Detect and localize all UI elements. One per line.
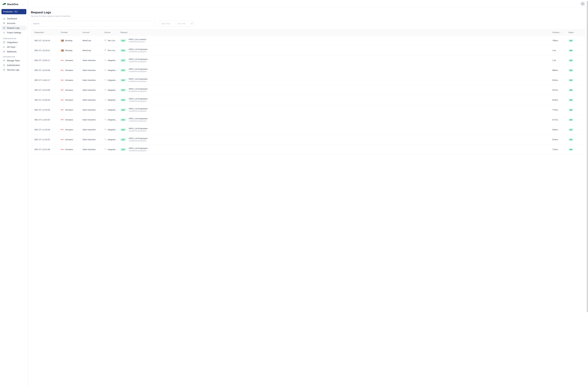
cell-status: 200 — [567, 128, 579, 132]
search-icon — [104, 129, 106, 131]
column-account[interactable]: Account — [81, 29, 103, 35]
home-icon — [3, 17, 5, 20]
cell-request: GETHRIS | List Employees/unified/hris/em… — [119, 57, 551, 64]
status-badge: 200 — [568, 99, 573, 101]
search-icon — [104, 138, 106, 141]
brand-logo[interactable]: StackOne — [1, 2, 26, 8]
end-time-input[interactable] — [178, 23, 189, 25]
chevron-down-icon[interactable]: ⌄ — [153, 23, 154, 25]
cell-source: integration-s… — [103, 98, 119, 102]
svg-point-15 — [105, 109, 106, 110]
request-path: /unified/hris/employees — [129, 150, 148, 152]
cell-status: 200 — [567, 137, 579, 142]
request-title: HRIS | List Employees — [129, 108, 148, 110]
sidebar-item-dashboard[interactable]: Dashboard — [1, 16, 26, 21]
svg-rect-7 — [191, 23, 193, 24]
environment-selector[interactable]: Production - EU › — [1, 9, 26, 14]
chevron-right-icon: › — [579, 118, 583, 122]
cell-source: integration-s… — [103, 78, 119, 82]
table-row[interactable]: DEC 07 | 13:02:03HumaansStark Industries… — [31, 95, 585, 105]
sidebar-item-request-logs[interactable]: Request Logs — [1, 26, 26, 30]
sidebar-item-security-logs[interactable]: Security Logs — [1, 67, 26, 72]
column-provider[interactable]: Provider — [59, 29, 81, 35]
window-icon — [104, 49, 106, 52]
cell-provider: Humaans — [59, 58, 81, 62]
cell-provider: Humaans — [59, 138, 81, 141]
request-title: HRIS | List Locations — [129, 38, 146, 40]
humaans-logo-icon — [61, 89, 63, 91]
sort-icon — [45, 31, 46, 33]
column-source[interactable]: Source — [103, 29, 119, 35]
scrollbar-thumb[interactable] — [587, 1, 588, 312]
humaans-logo-icon — [61, 79, 63, 81]
scrollbar[interactable] — [587, 0, 588, 389]
cell-status: 200 — [567, 38, 579, 43]
table-row[interactable]: DEC 07 | 11:32:04HumaansStark Industries… — [31, 125, 585, 135]
sidebar-item-api-keys[interactable]: API Keys — [1, 45, 26, 49]
sidebar-item-manage-team[interactable]: Manage Team — [1, 58, 26, 63]
sort-icon — [560, 31, 562, 33]
sidebar-item-accounts[interactable]: Accounts — [1, 21, 26, 26]
sidebar-item-project-settings[interactable]: Project Settings — [1, 30, 26, 35]
cell-account: Stark Industries — [81, 68, 103, 72]
cell-requested: DEC 07 | 11:32:04 — [33, 128, 59, 131]
table-row[interactable]: DEC 07 | 14:32:09HumaansStark Industries… — [31, 65, 585, 75]
sidebar-item-integrations[interactable]: Integrations — [1, 40, 26, 45]
svg-point-16 — [105, 119, 106, 120]
cell-request: GETHRIS | List Employees/unified/hris/em… — [119, 87, 551, 93]
table-row[interactable]: DEC 07 | 15:18:12WorkdayWerkCorpTest Con… — [31, 46, 585, 56]
request-path: /unified/hris/employees — [129, 100, 148, 102]
table-row[interactable]: DEC 07 | 13:32:05HumaansStark Industries… — [31, 85, 585, 95]
user-avatar[interactable]: GL — [580, 1, 585, 6]
column-status[interactable]: Status — [567, 29, 579, 35]
request-path: /unified/hris/employees — [129, 140, 148, 142]
sidebar-item-label: Manage Team — [7, 59, 20, 62]
table-row[interactable]: DEC 07 | 12:32:04HumaansStark Industries… — [31, 105, 585, 115]
cell-requested: DEC 07 | 15:18:12 — [33, 48, 59, 52]
svg-point-5 — [3, 60, 4, 61]
sidebar-item-webhooks[interactable]: Webhooks — [1, 49, 26, 54]
column-duration[interactable]: Duration — [551, 29, 567, 35]
svg-point-12 — [105, 79, 106, 80]
cell-account: Stark Industries — [81, 118, 103, 122]
cell-duration: 617ms — [551, 118, 567, 122]
sidebar-item-label: Dashboard — [7, 17, 17, 20]
request-path: /unified/hris/employees — [129, 80, 148, 82]
cell-status: 200 — [567, 48, 579, 53]
cell-request: GETHRIS | List Locations/unified/hris/lo… — [119, 37, 551, 44]
table-row[interactable]: DEC 07 | 12:02:03HumaansStark Industries… — [31, 115, 585, 125]
column-requested[interactable]: Requested — [33, 29, 59, 35]
table-row[interactable]: DEC 07 | 14:02:17HumaansStark Industries… — [31, 75, 585, 85]
cell-provider: Workday — [59, 39, 81, 42]
shield-icon — [3, 64, 5, 66]
page-title: Request Logs — [31, 11, 585, 14]
start-time-input[interactable] — [161, 23, 173, 25]
cell-duration: 756ms — [551, 39, 567, 42]
request-title: HRIS | List Employees — [129, 58, 148, 60]
key-icon — [3, 46, 5, 48]
cell-duration: 774ms — [551, 108, 567, 112]
search-input[interactable] — [31, 21, 156, 27]
cell-source: integration-s… — [103, 118, 119, 122]
humaans-logo-icon — [61, 129, 63, 131]
column-request[interactable]: Request — [119, 29, 551, 35]
request-title: HRIS | List Employees — [129, 48, 148, 50]
date-range-picker[interactable]: → — [159, 21, 195, 27]
method-badge: GET — [120, 49, 126, 52]
table-row[interactable]: DEC 07 | 15:02:17HumaansStark Industries… — [31, 56, 585, 65]
cell-duration: 537ms — [551, 88, 567, 92]
section-heading: CONFIGURATION — [1, 36, 26, 40]
cell-duration: 715ms — [551, 147, 567, 151]
cell-requested: DEC 07 | 13:02:03 — [33, 98, 59, 102]
cell-request: GETHRIS | List Employees/unified/hris/em… — [119, 127, 551, 133]
chevron-right-icon: › — [579, 88, 583, 92]
table-row[interactable]: DEC 07 | 11:02:02HumaansStark Industries… — [31, 135, 585, 145]
sidebar-item-authentication[interactable]: Authentication — [1, 63, 26, 67]
status-badge: 200 — [568, 129, 573, 131]
svg-point-18 — [105, 139, 106, 140]
table-row[interactable]: DEC 07 | 15:18:14WorkdayWerkCorpTest Con… — [31, 36, 585, 46]
cell-account: WerkCorp — [81, 48, 103, 52]
filters-row: ⌄ → — [31, 21, 585, 27]
table-row[interactable]: DEC 07 | 10:31:56HumaansStark Industries… — [31, 145, 585, 155]
request-title: HRIS | List Employees — [129, 118, 148, 120]
